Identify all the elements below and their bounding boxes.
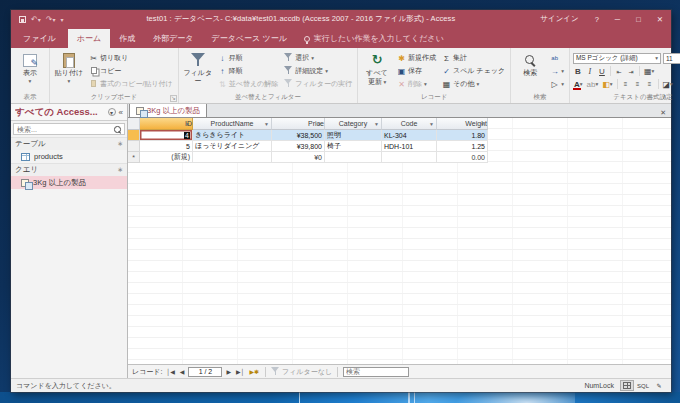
column-header-id[interactable]: ID ▼: [140, 118, 193, 130]
cell-productname[interactable]: ほっそりダイニング: [193, 141, 272, 152]
totals-button[interactable]: Σ 集計: [440, 52, 507, 64]
next-record-button[interactable]: ▶: [225, 368, 232, 375]
sort-ascending-button[interactable]: ↓ 昇順: [216, 52, 281, 64]
sql-view-button[interactable]: SQL: [636, 380, 650, 391]
cell-price[interactable]: ¥39,800: [272, 141, 325, 152]
alternate-row-color-button[interactable]: ◪▾: [662, 79, 674, 90]
row-selector[interactable]: [128, 130, 140, 141]
chevron-down-icon[interactable]: ▼: [480, 121, 485, 127]
font-size-select[interactable]: 11 ▾: [663, 53, 680, 64]
column-header-price[interactable]: Price ▼: [272, 118, 325, 130]
replace-button[interactable]: ab: [548, 52, 566, 64]
cell-productname[interactable]: きらきらライト: [193, 130, 272, 141]
tab-database-tools[interactable]: データベース ツール: [203, 29, 296, 48]
section-collapse-icon[interactable]: ∗: [117, 166, 123, 174]
navigation-menu-icon[interactable]: ▾: [108, 108, 116, 116]
find-button[interactable]: 検索: [514, 50, 546, 91]
undo-button[interactable]: ↶▾: [31, 15, 41, 24]
design-view-button[interactable]: ✎: [652, 380, 666, 391]
record-search-input[interactable]: [343, 367, 409, 377]
chevron-down-icon[interactable]: ▼: [317, 121, 322, 127]
decrease-indent-button[interactable]: ⇤: [614, 66, 624, 77]
collapse-ribbon-button[interactable]: ∧: [662, 93, 667, 101]
cell-id[interactable]: 4: [140, 130, 193, 141]
underline-button[interactable]: U: [597, 66, 607, 77]
toggle-filter-button[interactable]: フィルターの実行: [282, 78, 354, 90]
copy-button[interactable]: コピー: [87, 65, 175, 77]
advanced-filter-button[interactable]: 詳細設定 ▾: [282, 65, 354, 77]
refresh-all-button[interactable]: ↻ すべて 更新 ▾: [361, 50, 393, 91]
font-name-select[interactable]: MS Pゴシック (詳細) ▾: [573, 53, 661, 64]
sidebar-section-queries[interactable]: クエリ ∗: [11, 163, 127, 176]
shutter-bar-close-icon[interactable]: «: [119, 108, 123, 117]
save-icon[interactable]: [19, 16, 26, 23]
select-button[interactable]: ▷ ▾: [548, 78, 566, 90]
filter-status[interactable]: フィルターなし: [271, 367, 332, 377]
first-record-button[interactable]: │◀: [165, 368, 175, 375]
tab-home[interactable]: ホーム: [68, 29, 110, 48]
align-left-button[interactable]: ≡: [621, 79, 631, 90]
cell-weight[interactable]: 1.25: [437, 141, 488, 152]
filter-button[interactable]: フィルター: [182, 50, 214, 91]
goto-button[interactable]: → ▾: [548, 65, 566, 77]
section-collapse-icon[interactable]: ∗: [117, 140, 123, 148]
tab-file[interactable]: ファイル: [11, 29, 68, 48]
cell-code[interactable]: KL-304: [382, 130, 437, 141]
previous-record-button[interactable]: ◀: [179, 368, 186, 375]
remove-sort-button[interactable]: ⇅ 並べ替えの解除: [216, 78, 281, 90]
cell-category[interactable]: 照明: [325, 130, 382, 141]
background-color-button[interactable]: ◧▾: [601, 79, 613, 90]
minimize-button[interactable]: ─: [607, 10, 628, 28]
cell-category[interactable]: 椅子: [325, 141, 382, 152]
select-all-corner[interactable]: [128, 118, 140, 130]
cell-weight[interactable]: 1.80: [437, 130, 488, 141]
cell-category[interactable]: [325, 152, 382, 163]
cell-price[interactable]: ¥38,500: [272, 130, 325, 141]
view-button[interactable]: 表示 ▾: [14, 50, 46, 91]
italic-button[interactable]: I: [585, 66, 595, 77]
new-record-button[interactable]: ✱ 新規作成: [395, 52, 438, 64]
bold-button[interactable]: B: [573, 66, 583, 77]
close-document-icon[interactable]: ✕: [655, 109, 671, 117]
close-button[interactable]: ✕: [649, 10, 671, 28]
dialog-launcher-icon[interactable]: ↘: [170, 95, 177, 102]
tab-create[interactable]: 作成: [110, 29, 144, 48]
tell-me-box[interactable]: 実行したい作業を入力してください: [296, 33, 452, 48]
paste-button[interactable]: 貼り付け ▾: [53, 50, 85, 91]
document-tab-query[interactable]: 3Kg 以上の製品: [129, 103, 207, 117]
align-right-button[interactable]: ≡: [645, 79, 655, 90]
font-color-button[interactable]: A▾: [573, 79, 584, 90]
cell-id[interactable]: (新規): [140, 152, 193, 163]
delete-record-button[interactable]: ✕ 削除 ▾: [395, 78, 438, 90]
more-button[interactable]: ▦ その他 ▾: [440, 78, 507, 90]
chevron-down-icon[interactable]: ▼: [264, 121, 269, 127]
tab-external-data[interactable]: 外部データ: [144, 29, 202, 48]
format-painter-button[interactable]: 書式のコピー/貼り付け: [87, 78, 175, 90]
maximize-button[interactable]: □: [628, 10, 649, 28]
cell-price[interactable]: ¥0: [272, 152, 325, 163]
redo-button[interactable]: ↷▾: [46, 15, 56, 24]
spell-check-button[interactable]: ✓ スペル チェック: [440, 65, 507, 77]
cell-code[interactable]: [382, 152, 437, 163]
cell-id[interactable]: 5: [140, 141, 193, 152]
customize-qat-button[interactable]: ▾: [60, 16, 63, 23]
sign-in-button[interactable]: サインイン: [532, 10, 586, 28]
row-selector[interactable]: [128, 141, 140, 152]
help-button[interactable]: ?: [587, 10, 607, 28]
chevron-down-icon[interactable]: ▼: [185, 121, 190, 127]
highlight-color-button[interactable]: ab▾: [586, 79, 600, 90]
chevron-down-icon[interactable]: ▼: [429, 121, 434, 127]
sidebar-item-query-3kg[interactable]: 3Kg 以上の製品: [11, 176, 127, 189]
chevron-down-icon[interactable]: ▼: [374, 121, 379, 127]
sidebar-section-tables[interactable]: テーブル ∗: [11, 137, 127, 150]
increase-indent-button[interactable]: ⇥: [626, 66, 636, 77]
sort-descending-button[interactable]: ↑ 降順: [216, 65, 281, 77]
navigation-search-box[interactable]: [13, 123, 125, 135]
datasheet-view-button[interactable]: [620, 380, 634, 391]
navigation-pane-header[interactable]: すべての Access... ▾ «: [11, 104, 127, 121]
align-center-button[interactable]: ≡: [633, 79, 643, 90]
column-header-productname[interactable]: ProductName ▼: [193, 118, 272, 130]
column-header-weight[interactable]: Weight ▼: [437, 118, 488, 130]
navigation-search-input[interactable]: [17, 126, 111, 133]
cell-productname[interactable]: [193, 152, 272, 163]
